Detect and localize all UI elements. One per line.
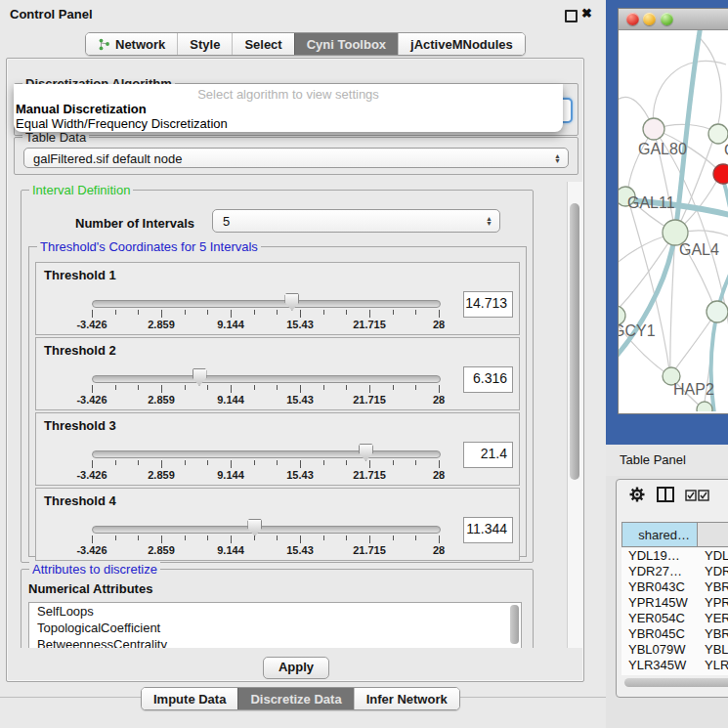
column-header-shared-name[interactable]: shared… <box>621 522 698 547</box>
close-icon[interactable]: ✖ <box>581 6 592 21</box>
dropdown-option-manual-discretization[interactable]: Manual Discretization <box>16 102 147 116</box>
node-top-right[interactable] <box>708 124 728 144</box>
number-of-intervals-label: Number of Intervals <box>75 216 194 231</box>
table-toolbar <box>617 480 728 515</box>
settings-vertical-scrollbar[interactable] <box>567 182 582 648</box>
top-tab-bar: Network Style Select Cyni Toolbox jActiv… <box>85 32 526 56</box>
attribute-items: SelfLoopsTopologicalCoefficientBetweenne… <box>29 603 521 648</box>
float-window-icon[interactable] <box>565 10 578 22</box>
column-header-name[interactable]: n <box>698 522 728 547</box>
tab-network[interactable]: Network <box>86 33 177 55</box>
application-root: Control Panel ✖ Network Style Select Cyn… <box>0 0 728 728</box>
slider-thumb[interactable] <box>193 368 207 386</box>
control-panel-titlebar: Control Panel ✖ <box>0 0 606 27</box>
thresholds-group: Threshold's Coordinates for 5 Intervals … <box>28 246 527 557</box>
tab-discretize-data[interactable]: Discretize Data <box>237 688 353 709</box>
table-row[interactable]: YLR345WYLR3 <box>621 658 728 673</box>
network-canvas[interactable]: GAL80 GA C GAL11 GAL4 GCY1 H HAP2 <box>619 30 728 411</box>
slider-tick-labels: -3.4262.8599.14415.4321.71528 <box>36 319 519 330</box>
threshold-label: Threshold 4 <box>44 493 116 508</box>
dropdown-prompt-item[interactable]: Select algorithm to view settings <box>14 87 563 102</box>
table-row[interactable]: YIL05…YIL0 <box>621 673 728 675</box>
interval-definition-label: Interval Definition <box>29 183 133 197</box>
attributes-list-scrollbar[interactable] <box>510 605 519 644</box>
slider-track[interactable] <box>92 450 441 458</box>
tab-label: Cyni Toolbox <box>307 37 386 52</box>
attribute-item[interactable]: SelfLoops <box>29 603 521 620</box>
table-row[interactable]: YER054CYER0 <box>621 611 728 626</box>
table-data-value: galFiltered.sif default node <box>33 151 182 166</box>
slider-thumb[interactable] <box>284 293 299 311</box>
threshold-4-row: Threshold 4-3.4262.8599.14415.4321.71528… <box>35 488 520 561</box>
slider-track[interactable] <box>92 526 441 534</box>
minimize-traffic-light-icon[interactable] <box>643 13 656 25</box>
threshold-value-field[interactable]: 11.344 <box>463 517 513 543</box>
slider-thumb[interactable] <box>359 444 373 461</box>
slider-track[interactable] <box>92 375 441 383</box>
node-highlighted-red[interactable] <box>713 164 728 184</box>
threshold-2-row: Threshold 2-3.4262.8599.14415.4321.71528… <box>35 337 520 410</box>
tab-impute-data[interactable]: Impute Data <box>142 688 237 709</box>
network-window: GAL80 GA C GAL11 GAL4 GCY1 H HAP2 <box>618 8 728 414</box>
threshold-value-field[interactable]: 21.4 <box>463 442 513 468</box>
close-traffic-light-icon[interactable] <box>626 13 639 25</box>
table-panel-bar: Table Panel <box>606 445 728 476</box>
label-gal11: GAL11 <box>627 194 675 211</box>
tab-label: jActiveMNodules <box>410 37 513 52</box>
columns-icon[interactable] <box>656 486 675 503</box>
table-data-label: Table Data <box>22 130 89 145</box>
network-icon <box>98 38 110 51</box>
tab-label: Select <box>244 37 281 52</box>
slider-tick-labels: -3.4262.8599.14415.4321.71528 <box>36 394 519 406</box>
threshold-rows: Threshold 1-3.4262.8599.14415.4321.71528… <box>29 262 526 563</box>
numerical-attributes-list: SelfLoopsTopologicalCoefficientBetweenne… <box>28 602 522 648</box>
tab-style[interactable]: Style <box>177 33 232 55</box>
threshold-value-field[interactable]: 6.316 <box>463 366 513 393</box>
tab-cyni-toolbox[interactable]: Cyni Toolbox <box>294 33 398 55</box>
gear-icon[interactable] <box>628 486 646 503</box>
table-window: shared… n YDL19…YDL1YDR27…YDR2YBR043CYBR… <box>616 479 728 698</box>
table-row[interactable]: YDR27…YDR2 <box>621 564 728 579</box>
node-bottom[interactable] <box>697 402 712 411</box>
table-data-combobox[interactable]: galFiltered.sif default node ▲▼ <box>23 148 569 168</box>
table-horizontal-scrollbar[interactable] <box>624 678 728 687</box>
node-h[interactable] <box>707 301 728 322</box>
threshold-3-row: Threshold 3-3.4262.8599.14415.4321.71528… <box>35 412 520 486</box>
slider-thumb[interactable] <box>247 519 262 536</box>
label-gal4: GAL4 <box>679 241 719 258</box>
algorithm-dropdown-popup: Select algorithm to view settings Manual… <box>14 84 563 132</box>
panel-title: Control Panel <box>10 7 93 21</box>
node-gal80[interactable] <box>643 118 664 140</box>
tab-jactivemnodules[interactable]: jActiveMNodules <box>398 33 525 55</box>
table-row[interactable]: YBR045CYBR0 <box>621 626 728 642</box>
table-row[interactable]: YBL079WYBL0 <box>621 642 728 658</box>
numerical-attributes-label: Numerical Attributes <box>28 581 152 596</box>
zoom-traffic-light-icon[interactable] <box>661 13 673 25</box>
table-panel-title: Table Panel <box>620 452 686 467</box>
attribute-item[interactable]: BetweennessCentrality <box>29 636 521 648</box>
number-of-intervals-combobox[interactable]: 5 ▲▼ <box>212 209 500 233</box>
table-row[interactable]: YDL19…YDL1 <box>621 548 728 564</box>
table-row[interactable]: YPR145WYPR1 <box>621 595 728 611</box>
threshold-label: Threshold 1 <box>44 268 116 282</box>
slider-tick-labels: -3.4262.8599.14415.4321.71528 <box>36 469 519 481</box>
checkbox-icons[interactable] <box>685 490 710 501</box>
threshold-label: Threshold 3 <box>44 418 116 433</box>
apply-button[interactable]: Apply <box>263 657 329 679</box>
dropdown-option-equal-width-frequency[interactable]: Equal Width/Frequency Discretization <box>16 116 228 131</box>
attribute-item[interactable]: TopologicalCoefficient <box>29 620 521 636</box>
label-gal80: GAL80 <box>638 141 687 157</box>
label-hap2: HAP2 <box>673 381 714 398</box>
scrollbar-thumb[interactable] <box>570 203 579 480</box>
tab-label: Infer Network <box>366 692 448 707</box>
slider-track[interactable] <box>92 300 441 308</box>
tab-label: Discretize Data <box>250 692 341 707</box>
threshold-value-field[interactable]: 14.713 <box>463 291 513 318</box>
combo-stepper-icon: ▲▼ <box>483 213 495 229</box>
number-of-intervals-value: 5 <box>223 214 230 229</box>
tab-select[interactable]: Select <box>232 33 293 55</box>
slider-tick-labels: -3.4262.8599.14415.4321.71528 <box>36 544 519 556</box>
table-header-row: shared… n <box>621 522 728 547</box>
table-row[interactable]: YBR043CYBR0 <box>621 579 728 595</box>
tab-infer-network[interactable]: Infer Network <box>354 688 459 709</box>
